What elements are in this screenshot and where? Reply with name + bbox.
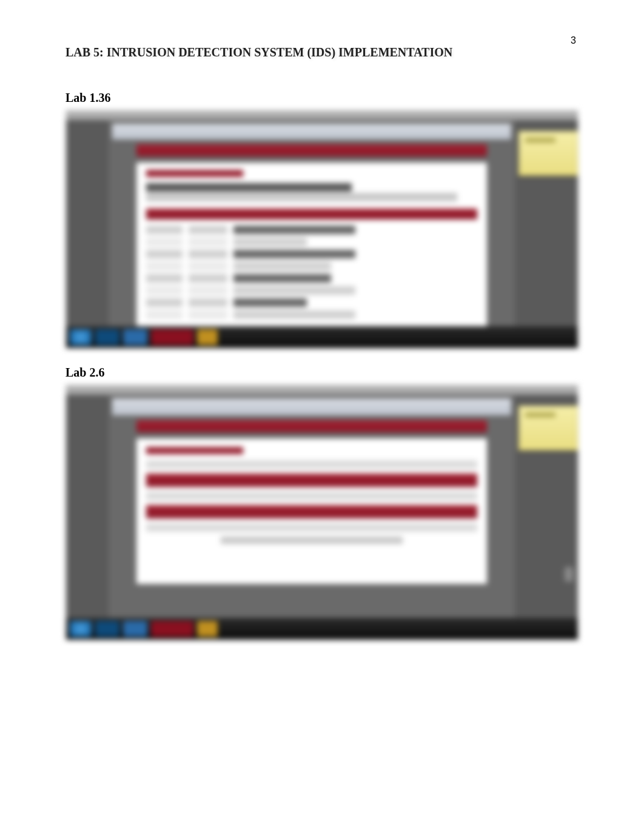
table-cell bbox=[189, 250, 227, 258]
table-cell bbox=[189, 238, 227, 246]
taskbar bbox=[66, 326, 578, 348]
left-sidebar bbox=[66, 395, 109, 618]
table-cell bbox=[233, 298, 307, 307]
taskbar-button bbox=[151, 329, 193, 345]
table-cell bbox=[233, 262, 331, 270]
panel-title bbox=[146, 170, 243, 177]
right-rail bbox=[515, 395, 578, 618]
table-cell bbox=[189, 298, 227, 307]
taskbar-button bbox=[197, 621, 218, 637]
document-title: LAB 5: INTRUSION DETECTION SYSTEM (IDS) … bbox=[65, 45, 579, 59]
right-rail bbox=[515, 120, 578, 326]
site-header-bar bbox=[136, 420, 487, 432]
panel-subtitle-light bbox=[146, 193, 457, 201]
section-label-2: Lab 2.6 bbox=[65, 366, 579, 380]
table-cell bbox=[146, 310, 183, 319]
panel-row bbox=[146, 460, 477, 469]
table-cell bbox=[146, 298, 183, 307]
table-cell bbox=[146, 262, 183, 270]
table-cell bbox=[233, 238, 307, 246]
window-titlebar bbox=[66, 110, 578, 120]
screenshot-lab-2-6 bbox=[65, 384, 579, 640]
section-label-1: Lab 1.36 bbox=[65, 91, 579, 105]
table-cell bbox=[233, 250, 355, 258]
content-panel bbox=[136, 163, 487, 326]
panel-title bbox=[146, 447, 243, 454]
sticky-note bbox=[518, 131, 578, 176]
scrollbar-thumb bbox=[565, 567, 573, 582]
table-header-bar bbox=[146, 209, 477, 220]
table-cell bbox=[233, 226, 355, 234]
start-button-icon bbox=[70, 621, 92, 637]
panel-row bbox=[146, 523, 477, 532]
taskbar-button bbox=[123, 329, 147, 345]
table-cell bbox=[189, 262, 227, 270]
table-cell bbox=[233, 310, 355, 319]
data-table bbox=[146, 226, 477, 319]
table-cell bbox=[233, 286, 355, 295]
table-cell bbox=[146, 286, 183, 295]
taskbar-button bbox=[95, 329, 119, 345]
left-sidebar bbox=[66, 120, 109, 326]
section-bar bbox=[146, 505, 477, 518]
taskbar-button bbox=[197, 329, 218, 345]
panel-row bbox=[146, 492, 477, 500]
table-cell bbox=[189, 310, 227, 319]
page-number: 3 bbox=[571, 35, 576, 46]
site-header-bar bbox=[136, 144, 487, 156]
panel-footer-row bbox=[221, 537, 403, 544]
table-cell bbox=[146, 226, 183, 234]
content-panel bbox=[136, 438, 487, 584]
start-button-icon bbox=[70, 329, 92, 345]
table-cell bbox=[233, 274, 331, 283]
taskbar-button bbox=[95, 621, 119, 637]
window-titlebar bbox=[66, 385, 578, 395]
browser-toolbar bbox=[112, 398, 511, 415]
table-cell bbox=[189, 274, 227, 283]
taskbar-button bbox=[123, 621, 147, 637]
table-cell bbox=[146, 238, 183, 246]
table-cell bbox=[189, 226, 227, 234]
table-cell bbox=[146, 274, 183, 283]
section-bar bbox=[146, 474, 477, 487]
screenshot-lab-1-36 bbox=[65, 110, 579, 349]
browser-toolbar bbox=[112, 124, 511, 139]
taskbar bbox=[66, 618, 578, 640]
panel-subtitle-dark bbox=[146, 183, 352, 192]
sticky-note bbox=[518, 406, 578, 451]
table-cell bbox=[189, 286, 227, 295]
taskbar-button bbox=[151, 621, 193, 637]
table-cell bbox=[146, 250, 183, 258]
